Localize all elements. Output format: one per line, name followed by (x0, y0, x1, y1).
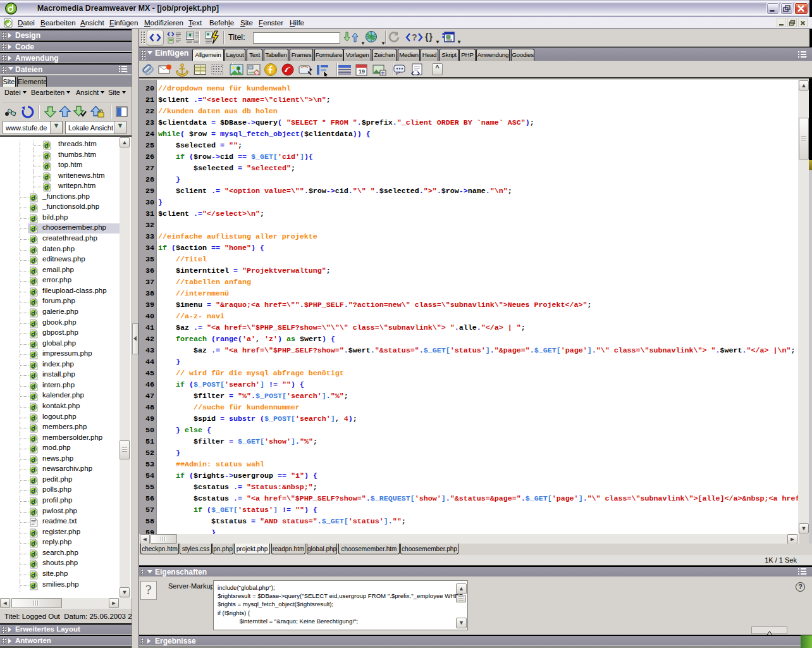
svg-text:?: ? (412, 32, 417, 42)
svg-text:19: 19 (359, 68, 365, 75)
